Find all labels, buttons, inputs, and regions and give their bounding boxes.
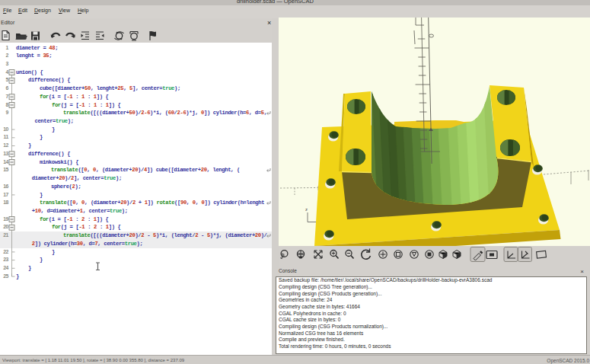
svg-text:z: z <box>305 207 308 212</box>
